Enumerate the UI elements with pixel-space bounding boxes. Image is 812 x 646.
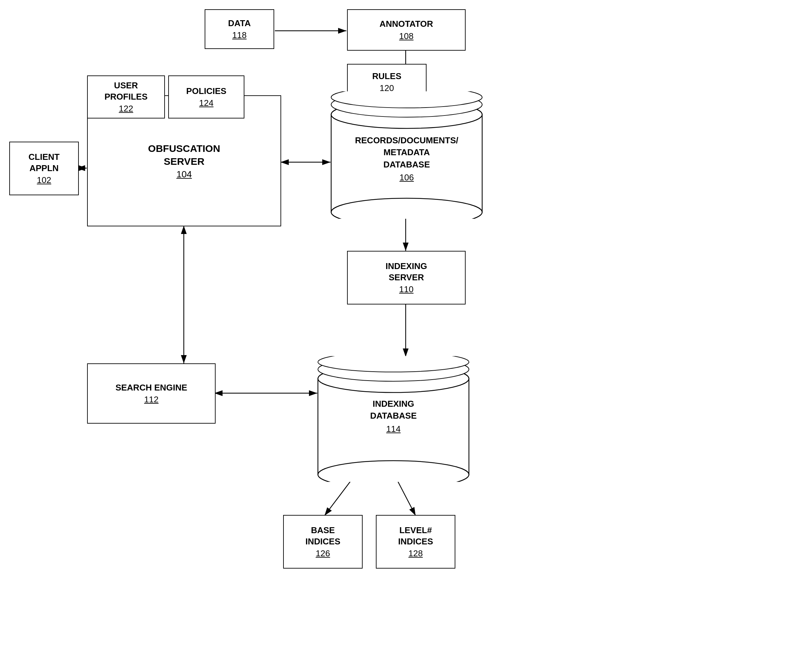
indexing-server-label: INDEXING SERVER <box>385 261 427 283</box>
obfuscation-server-id: 104 <box>177 169 192 180</box>
search-engine-label: SEARCH ENGINE <box>116 382 188 393</box>
indexing-db-id: 114 <box>317 424 470 434</box>
indexing-server-id: 110 <box>399 284 413 294</box>
base-indices-id: 126 <box>316 548 330 559</box>
level-indices-id: 128 <box>408 548 423 559</box>
annotator-label: ANNOTATOR <box>380 18 433 30</box>
policies-id: 124 <box>199 98 213 108</box>
indexing-db-node: INDEXINGDATABASE 114 <box>317 356 470 482</box>
svg-line-11 <box>397 480 415 516</box>
client-appln-node: CLIENT APPLN 102 <box>9 142 79 195</box>
user-profiles-node: USER PROFILES 122 <box>87 75 165 119</box>
base-indices-label: BASE INDICES <box>305 525 340 547</box>
diagram: DATA 118 ANNOTATOR 108 RULES 120 USER PR… <box>0 0 812 646</box>
data-id: 118 <box>232 30 246 40</box>
user-profiles-id: 122 <box>119 104 133 114</box>
records-db-node: RECORDS/DOCUMENTS/METADATADATABASE 106 <box>331 91 483 219</box>
records-db-label: RECORDS/DOCUMENTS/METADATADATABASE <box>331 134 483 171</box>
records-db-id: 106 <box>331 172 483 183</box>
svg-line-10 <box>325 480 351 516</box>
indexing-db-label: INDEXINGDATABASE <box>317 398 470 422</box>
obfuscation-server-label: OBFUSCATION SERVER <box>148 142 220 168</box>
client-appln-label: CLIENT APPLN <box>29 152 60 174</box>
data-label: DATA <box>228 18 251 29</box>
search-engine-id: 112 <box>144 395 158 405</box>
annotator-id: 108 <box>399 31 413 41</box>
policies-node: POLICIES 124 <box>168 75 244 119</box>
policies-label: POLICIES <box>186 86 226 97</box>
client-appln-id: 102 <box>37 175 51 185</box>
rules-label: RULES <box>372 71 401 82</box>
base-indices-node: BASE INDICES 126 <box>283 515 363 568</box>
level-indices-node: LEVEL# INDICES 128 <box>376 515 455 568</box>
annotator-node: ANNOTATOR 108 <box>347 9 466 51</box>
search-engine-node: SEARCH ENGINE 112 <box>87 363 215 424</box>
user-profiles-label: USER PROFILES <box>104 80 147 103</box>
indexing-server-node: INDEXING SERVER 110 <box>347 251 466 305</box>
data-node: DATA 118 <box>205 9 274 49</box>
level-indices-label: LEVEL# INDICES <box>398 525 433 547</box>
